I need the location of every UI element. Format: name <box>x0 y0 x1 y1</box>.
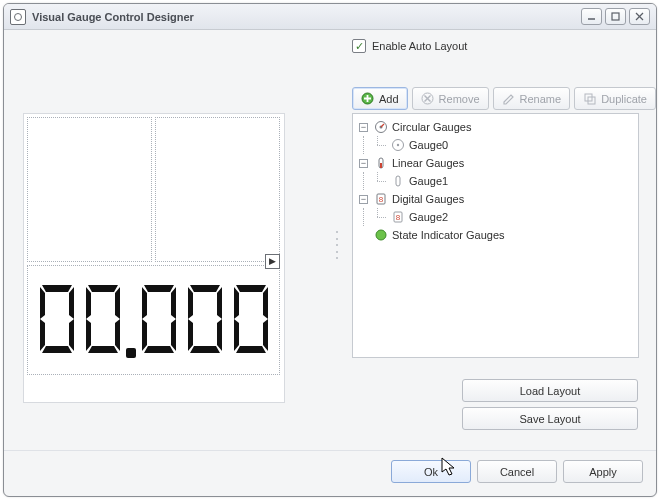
circular-gauge-icon <box>374 120 388 134</box>
expander-icon[interactable]: − <box>359 123 368 132</box>
add-icon <box>361 92 374 105</box>
tree-node-digital[interactable]: − 8 Digital Gauges <box>359 190 632 208</box>
linear-gauge-icon <box>374 156 388 170</box>
ok-label: Ok <box>424 466 438 478</box>
tree-label: Gauge2 <box>409 211 448 223</box>
expander-icon[interactable]: − <box>359 195 368 204</box>
digital-gauge-display <box>32 276 276 362</box>
tree-label: Circular Gauges <box>392 121 471 133</box>
duplicate-label: Duplicate <box>601 93 647 105</box>
content-area: ✓ Enable Auto Layout ▶ Add <box>4 31 656 496</box>
linear-gauge-icon <box>391 174 405 188</box>
save-layout-label: Save Layout <box>519 413 580 425</box>
splitter-grip[interactable] <box>336 231 341 259</box>
window-title: Visual Gauge Control Designer <box>32 11 578 23</box>
remove-button[interactable]: Remove <box>412 87 489 110</box>
expander-icon[interactable]: − <box>359 159 368 168</box>
rename-label: Rename <box>520 93 562 105</box>
svg-rect-19 <box>396 176 400 186</box>
tree-node-gauge1[interactable]: Gauge1 <box>359 172 632 190</box>
svg-rect-1 <box>612 13 619 20</box>
apply-button[interactable]: Apply <box>563 460 643 483</box>
svg-text:8: 8 <box>379 195 384 204</box>
tree-node-gauge2[interactable]: 8 Gauge2 <box>359 208 632 226</box>
ok-button[interactable]: Ok <box>391 460 471 483</box>
tree-label: State Indicator Gauges <box>392 229 505 241</box>
checkbox-icon: ✓ <box>352 39 366 53</box>
divider <box>4 450 656 451</box>
duplicate-icon <box>583 92 596 105</box>
remove-icon <box>421 92 434 105</box>
save-layout-button[interactable]: Save Layout <box>462 407 638 430</box>
svg-rect-18 <box>380 163 382 168</box>
digit-4 <box>230 283 272 355</box>
rename-button[interactable]: Rename <box>493 87 571 110</box>
rename-icon <box>502 92 515 105</box>
digital-gauge-icon: 8 <box>374 192 388 206</box>
add-button[interactable]: Add <box>352 87 408 110</box>
designer-window: Visual Gauge Control Designer ✓ Enable A… <box>3 3 657 497</box>
decimal-point <box>126 348 136 358</box>
svg-point-16 <box>397 144 399 146</box>
tree-node-gauge0[interactable]: Gauge0 <box>359 136 632 154</box>
digital-gauge-icon: 8 <box>391 210 405 224</box>
duplicate-button[interactable]: Duplicate <box>574 87 656 110</box>
tree-label: Gauge0 <box>409 139 448 151</box>
layout-slot-top-left[interactable] <box>27 117 152 262</box>
digit-3 <box>184 283 226 355</box>
apply-label: Apply <box>589 466 617 478</box>
state-indicator-icon <box>374 228 388 242</box>
tree-node-circular[interactable]: − Circular Gauges <box>359 118 632 136</box>
load-layout-button[interactable]: Load Layout <box>462 379 638 402</box>
minimize-button[interactable] <box>581 8 602 25</box>
enable-auto-layout-checkbox[interactable]: ✓ Enable Auto Layout <box>352 39 467 53</box>
digit-0 <box>36 283 78 355</box>
titlebar: Visual Gauge Control Designer <box>4 4 656 30</box>
cancel-button[interactable]: Cancel <box>477 460 557 483</box>
slot-handle-icon[interactable]: ▶ <box>265 254 280 269</box>
tree-node-linear[interactable]: − Linear Gauges <box>359 154 632 172</box>
load-layout-label: Load Layout <box>520 385 581 397</box>
gauge-tree[interactable]: − Circular Gauges Gauge0 − <box>352 113 639 358</box>
app-icon <box>10 9 26 25</box>
digit-2 <box>138 283 180 355</box>
toolbar: Add Remove Rename Duplicate <box>352 87 656 110</box>
svg-point-24 <box>376 230 386 240</box>
circular-gauge-icon <box>391 138 405 152</box>
tree-node-state[interactable]: State Indicator Gauges <box>359 226 632 244</box>
preview-pane[interactable]: ▶ <box>23 113 285 403</box>
dialog-buttons: Ok Cancel Apply <box>391 460 643 483</box>
remove-label: Remove <box>439 93 480 105</box>
close-button[interactable] <box>629 8 650 25</box>
tree-label: Digital Gauges <box>392 193 464 205</box>
tree-label: Linear Gauges <box>392 157 464 169</box>
tree-label: Gauge1 <box>409 175 448 187</box>
enable-auto-layout-label: Enable Auto Layout <box>372 40 467 52</box>
digit-1 <box>82 283 124 355</box>
layout-slot-top-right[interactable] <box>155 117 280 262</box>
maximize-button[interactable] <box>605 8 626 25</box>
svg-text:8: 8 <box>396 213 401 222</box>
add-label: Add <box>379 93 399 105</box>
cancel-label: Cancel <box>500 466 534 478</box>
